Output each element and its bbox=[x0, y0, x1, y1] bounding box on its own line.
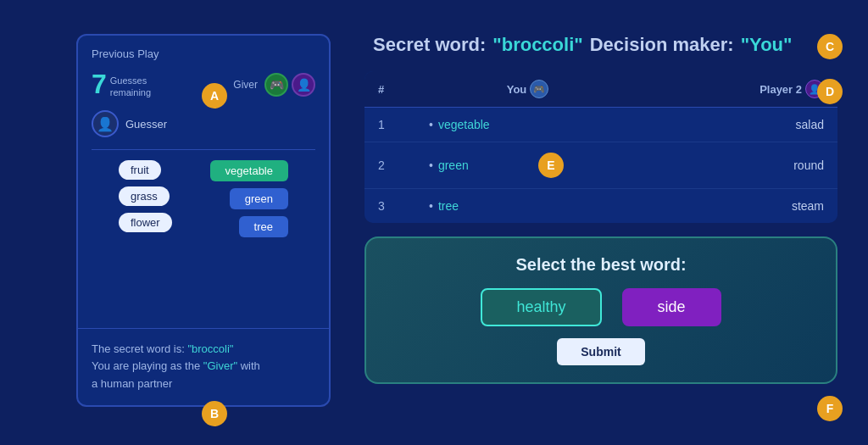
row-1-num: 1 bbox=[378, 118, 429, 131]
row-2-clue-cell: green E bbox=[429, 153, 626, 178]
highlight-tree: tree bbox=[239, 216, 288, 237]
bottom-line3: a human partner bbox=[92, 377, 172, 390]
row-3-clue: tree bbox=[429, 199, 626, 213]
guesses-label: Guessesremaining bbox=[110, 70, 151, 97]
player2-label: Player 2 bbox=[760, 83, 802, 96]
row-2-num: 2 bbox=[378, 159, 429, 172]
badge-e: E bbox=[538, 153, 564, 178]
clue-highlight-tags: vegetable green tree bbox=[197, 160, 302, 237]
bottom-line2: You are playing as the bbox=[92, 359, 203, 372]
bottom-with: with bbox=[237, 359, 260, 372]
previous-play-title: Previous Play bbox=[92, 47, 315, 60]
decision-label: Decision maker: bbox=[590, 34, 734, 56]
row-1-clue: vegetable bbox=[429, 118, 626, 131]
badge-a: A bbox=[202, 83, 227, 108]
table-header: # You 🎮 Player 2 👤 bbox=[364, 71, 837, 108]
word-options: healthy side bbox=[387, 288, 815, 326]
bottom-role: "Giver" bbox=[203, 359, 237, 372]
badge-c: C bbox=[817, 34, 843, 59]
row-3-guess: steam bbox=[626, 199, 824, 213]
badge-b: B bbox=[202, 401, 227, 426]
you-label: You bbox=[507, 83, 527, 96]
game-table: # You 🎮 Player 2 👤 1 vegetable salad 2 g… bbox=[364, 71, 837, 223]
col-player2-header: Player 2 👤 bbox=[626, 80, 824, 98]
right-panel: Secret word: "broccoli" Decision maker: … bbox=[364, 34, 837, 384]
row-1-guess: salad bbox=[626, 118, 824, 131]
role-badges: Giver 🎮 👤 bbox=[233, 73, 315, 97]
select-panel: Select the best word: healthy side Submi… bbox=[364, 236, 837, 384]
secret-word: "broccoli" bbox=[492, 34, 582, 56]
divider-1 bbox=[92, 149, 315, 150]
healthy-button[interactable]: healthy bbox=[481, 288, 601, 326]
col-you-header: You 🎮 bbox=[429, 80, 626, 98]
guesser-row: 👤 Guesser bbox=[92, 110, 315, 137]
row-2-clue: green bbox=[429, 159, 469, 172]
bottom-text: The secret word is: "broccoli" You are p… bbox=[78, 328, 329, 405]
highlight-green: green bbox=[230, 188, 288, 209]
guesser-label: Guesser bbox=[125, 118, 167, 131]
clue-tags: fruit grass flower bbox=[105, 160, 186, 232]
guesser-avatar: 👤 bbox=[92, 110, 119, 137]
header-prefix: Secret word: bbox=[373, 34, 486, 56]
avatar-green: 🎮 bbox=[264, 73, 288, 97]
bottom-line1: The secret word is: bbox=[92, 342, 187, 355]
bottom-word: "broccoli" bbox=[187, 342, 233, 355]
highlight-vegetable: vegetable bbox=[210, 160, 288, 181]
submit-row: Submit bbox=[387, 338, 815, 365]
decision-maker: "You" bbox=[741, 34, 793, 56]
guesses-number: 7 bbox=[92, 69, 107, 100]
clue-tag-fruit: fruit bbox=[119, 160, 161, 180]
giver-label: Giver bbox=[233, 79, 258, 91]
col-num-header: # bbox=[378, 80, 429, 98]
row-3-num: 3 bbox=[378, 199, 429, 213]
table-row: 2 green E round bbox=[364, 142, 837, 189]
row-2-guess: round bbox=[626, 159, 824, 172]
clue-tag-grass: grass bbox=[119, 186, 170, 206]
table-row: 1 vegetable salad bbox=[364, 108, 837, 142]
submit-button[interactable]: Submit bbox=[557, 338, 644, 365]
clue-tag-flower: flower bbox=[119, 213, 172, 232]
badge-d: D bbox=[817, 79, 843, 104]
left-top-section: Previous Play 7 Guessesremaining Giver 🎮… bbox=[78, 36, 329, 254]
select-title: Select the best word: bbox=[387, 255, 815, 275]
avatar-purple: 👤 bbox=[292, 73, 315, 97]
middle-section: fruit grass flower vegetable green tree bbox=[92, 160, 315, 237]
badge-f: F bbox=[817, 396, 843, 421]
you-avatar: 🎮 bbox=[530, 80, 548, 98]
side-button[interactable]: side bbox=[622, 288, 721, 326]
secret-word-header: Secret word: "broccoli" Decision maker: … bbox=[364, 34, 837, 56]
table-row: 3 tree steam bbox=[364, 189, 837, 223]
